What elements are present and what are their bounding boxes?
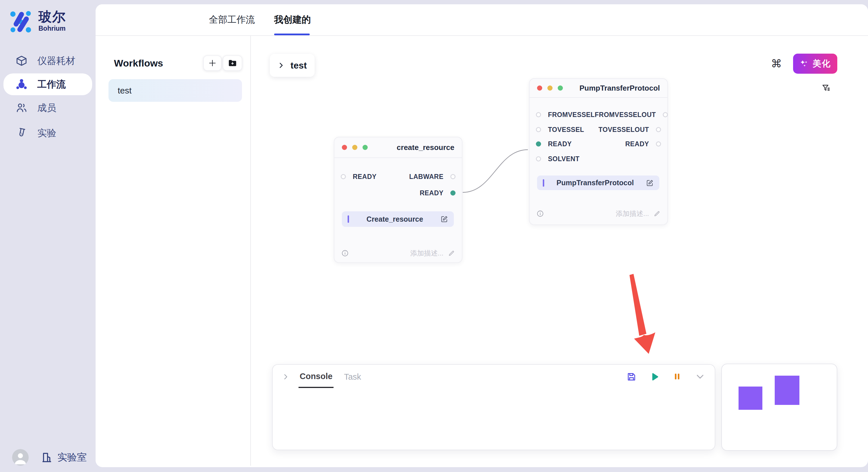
sparkles-icon	[799, 59, 809, 68]
input-port-fromvessel[interactable]	[536, 112, 541, 117]
beautify-label: 美化	[813, 58, 831, 70]
brand-title: 玻尔	[38, 9, 66, 24]
lab-label: 实验室	[57, 451, 87, 464]
minimap[interactable]	[721, 364, 837, 451]
minimap-node	[739, 386, 763, 410]
brand-subtitle: Bohrium	[38, 25, 66, 32]
expand-chevron-icon[interactable]	[282, 373, 289, 380]
pause-icon	[672, 372, 682, 381]
sidebar-item-experiments[interactable]: 实验	[0, 121, 96, 146]
minimap-node	[775, 376, 799, 405]
sidebar-item-members[interactable]: 成员	[0, 95, 96, 121]
beautify-button[interactable]: 美化	[793, 54, 837, 74]
workflow-list-panel: Workflows test	[96, 36, 250, 467]
traffic-dots-icon	[342, 145, 368, 150]
port-label: LABWARE	[409, 173, 444, 181]
edit-icon[interactable]	[646, 179, 654, 187]
workflow-list-item-test[interactable]: test	[108, 79, 242, 102]
description-placeholder[interactable]: 添加描述...	[616, 209, 649, 218]
sidebar: 玻尔 Bohrium 仪器耗材	[0, 0, 96, 472]
workflow-panel-title: Workflows	[114, 58, 163, 69]
node-body-button[interactable]: PumpTransferProtocol	[537, 175, 659, 190]
package-icon	[16, 55, 28, 67]
edit-icon[interactable]	[441, 215, 448, 223]
play-icon	[649, 372, 660, 382]
lab-switcher[interactable]: 实验室	[41, 451, 87, 464]
port-label: READY	[420, 189, 443, 197]
save-icon	[626, 372, 637, 382]
app-window: 玻尔 Bohrium 仪器耗材	[0, 0, 868, 472]
chevron-right-icon	[277, 62, 285, 69]
sidebar-item-workflow[interactable]: 工作流	[3, 73, 92, 95]
port-label: READY	[353, 173, 377, 181]
traffic-dots-icon	[537, 86, 563, 91]
tab-task[interactable]: Task	[343, 367, 362, 387]
add-workflow-button[interactable]	[203, 55, 222, 71]
pencil-icon[interactable]	[654, 210, 660, 217]
port-label: TOVESSELOUT	[598, 126, 649, 134]
members-icon	[16, 102, 28, 114]
info-icon[interactable]	[536, 210, 544, 217]
node-body-label: PumpTransferProtocol	[544, 179, 646, 187]
description-placeholder[interactable]: 添加描述...	[410, 248, 443, 258]
tab-all-workflows[interactable]: 全部工作流	[209, 4, 255, 35]
output-port-tovesselout[interactable]	[656, 127, 661, 132]
brand-logo: 玻尔 Bohrium	[9, 9, 66, 34]
input-port-ready[interactable]	[536, 141, 541, 146]
node-pump-transfer-protocol[interactable]: PumpTransferProtocol FROMVESSEL FROMVESS…	[529, 78, 668, 225]
pause-button[interactable]	[672, 372, 683, 382]
filter-icon[interactable]	[822, 83, 831, 93]
node-body-label: Create_resource	[349, 215, 441, 224]
output-port-labware[interactable]	[451, 174, 456, 179]
input-port-ready[interactable]	[341, 174, 346, 179]
active-tab-underline	[274, 34, 310, 35]
port-label: FROMVESSEL	[548, 111, 595, 119]
sidebar-item-label: 成员	[37, 102, 56, 114]
input-port-solvent[interactable]	[536, 156, 541, 162]
node-body-button[interactable]: Create_resource	[342, 211, 454, 227]
workflow-tabs: 全部工作流 我创建的	[96, 4, 868, 36]
port-label: TOVESSEL	[548, 126, 584, 134]
port-label: FROMVESSELOUT	[595, 111, 656, 119]
breadcrumb-label: test	[290, 60, 307, 71]
bohrium-logo-icon	[9, 9, 32, 34]
output-port-fromvesselout[interactable]	[663, 112, 668, 117]
sidebar-item-label: 实验	[37, 127, 56, 140]
folder-download-icon	[228, 58, 237, 68]
tab-my-created[interactable]: 我创建的	[274, 4, 311, 35]
save-button[interactable]	[626, 372, 637, 382]
tab-console[interactable]: Console	[299, 366, 334, 388]
console-panel: Console Task	[272, 364, 715, 450]
port-label: READY	[625, 140, 649, 148]
run-button[interactable]	[649, 372, 660, 382]
port-label: READY	[548, 140, 572, 148]
collapse-panel-button[interactable]	[695, 372, 706, 382]
input-port-tovessel[interactable]	[536, 127, 541, 132]
sidebar-item-instruments[interactable]: 仪器耗材	[0, 48, 96, 73]
building-icon	[41, 451, 53, 463]
pencil-icon[interactable]	[448, 250, 455, 257]
info-icon[interactable]	[341, 249, 349, 257]
sidebar-item-label: 仪器耗材	[37, 55, 75, 67]
node-title: create_resource	[397, 143, 454, 152]
chevron-down-icon	[695, 372, 705, 381]
command-palette-icon[interactable]: ⌘	[771, 58, 782, 69]
testtube-icon	[16, 127, 28, 139]
breadcrumb[interactable]: test	[270, 54, 315, 77]
sidebar-item-label: 工作流	[37, 78, 66, 91]
import-folder-button[interactable]	[223, 55, 242, 71]
workflow-icon	[16, 78, 28, 90]
output-port-ready[interactable]	[656, 141, 661, 146]
output-port-ready[interactable]	[451, 191, 456, 196]
plus-icon	[208, 59, 217, 67]
node-create-resource[interactable]: create_resource READY LABWARE READY Crea…	[334, 137, 462, 263]
node-title: PumpTransferProtocol	[580, 84, 660, 93]
user-avatar[interactable]	[12, 449, 29, 466]
port-label: SOLVENT	[548, 155, 580, 163]
node-header: create_resource	[334, 137, 462, 158]
node-header: PumpTransferProtocol	[530, 79, 668, 98]
